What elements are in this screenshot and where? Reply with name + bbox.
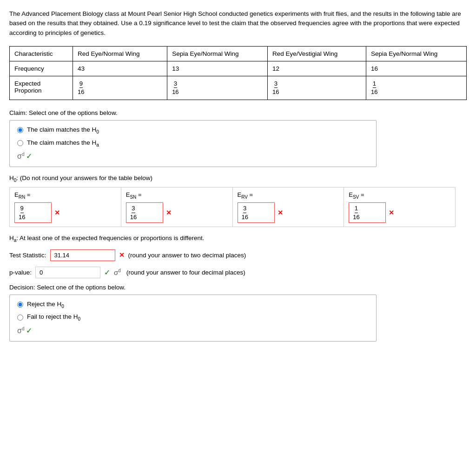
e-sn-label: ESN =: [126, 191, 228, 200]
test-statistic-input[interactable]: [50, 249, 115, 261]
p-value-row: p-value: ✓ σd (round your answer to four…: [9, 267, 467, 278]
sigma-icon-claim: σd: [17, 152, 24, 161]
intro-paragraph: The Advanced Placement Biology class at …: [9, 9, 467, 38]
table-cell-exp-3: 3 16: [268, 76, 366, 100]
table-cell-freq-3: 12: [268, 61, 366, 76]
h0-sub: 0: [96, 129, 99, 134]
table-header-col3: Red Eye/Vestigial Wing: [268, 46, 366, 61]
green-checkmark-claim: ✓: [26, 152, 32, 161]
table-header-col2: Sepia Eye/Normal Wing: [167, 46, 268, 61]
expected-boxes-container: ERN = 9 16 ✕ ESN = 3 16 ✕ ERV =: [9, 187, 456, 227]
sigma-icon-pvalue: σd: [114, 268, 121, 276]
e-sv-input[interactable]: 1 16: [349, 202, 386, 223]
table-cell-freq-2: 13: [167, 61, 268, 76]
table-row-expected-label: ExpectedProporion: [10, 76, 73, 100]
e-sn-input-row: 3 16 ✕: [126, 202, 228, 223]
table-header-col1: Red Eye/Normal Wing: [73, 46, 167, 61]
e-rn-input-row: 9 16 ✕: [14, 202, 116, 223]
table-header-characteristic: Characteristic: [10, 46, 73, 61]
table-cell-exp-1: 9 16: [73, 76, 167, 100]
claim-option-h0[interactable]: The claim matches the H0: [17, 126, 369, 134]
decision-option-fail[interactable]: Fail to reject the H0: [17, 313, 369, 322]
decision-radio-reject[interactable]: [17, 302, 23, 308]
claim-option-ha[interactable]: The claim matches the Ha: [17, 139, 369, 148]
decision-option-fail-text: Fail to reject the H0: [27, 313, 80, 322]
expected-cell-sn: ESN = 3 16 ✕: [121, 188, 233, 227]
e-rv-input[interactable]: 3 16: [238, 202, 275, 223]
sigma-icon-decision: σd: [17, 326, 24, 335]
p-value-label: p-value:: [9, 269, 32, 276]
e-sv-clear-button[interactable]: ✕: [389, 209, 394, 216]
decision-section-label: Decision: Select one of the options belo…: [9, 284, 467, 291]
table-cell-exp-4: 1 16: [366, 76, 467, 100]
ha-sub: a: [96, 142, 99, 147]
claim-options-box: The claim matches the H0 The claim match…: [9, 120, 377, 167]
table-cell-freq-4: 16: [366, 61, 467, 76]
claim-option-ha-text: The claim matches the Ha: [27, 139, 99, 148]
test-statistic-row: Test Statistic: ✕ (round your answer to …: [9, 249, 467, 261]
decision-checkmark-row: σd ✓: [17, 326, 369, 335]
p-value-check-icon: ✓: [104, 268, 110, 277]
e-sn-input[interactable]: 3 16: [126, 202, 163, 223]
e-rv-clear-button[interactable]: ✕: [278, 209, 283, 216]
table-cell-exp-2: 3 16: [167, 76, 268, 100]
p-value-note: (round your answer to four decimal place…: [126, 269, 245, 276]
claim-radio-ha[interactable]: [17, 140, 23, 146]
test-statistic-clear-button[interactable]: ✕: [119, 251, 125, 259]
h0-label: H0: (Do not round your answers for the t…: [9, 174, 467, 183]
claim-option-h0-text: The claim matches the H0: [27, 126, 99, 134]
claim-section-label: Claim: Select one of the options below.: [9, 109, 467, 116]
table-cell-freq-1: 43: [73, 61, 167, 76]
decision-options-box: Reject the H0 Fail to reject the H0 σd ✓: [9, 295, 377, 342]
decision-radio-fail[interactable]: [17, 315, 23, 321]
green-checkmark-decision: ✓: [26, 326, 32, 335]
expected-cell-rv: ERV = 3 16 ✕: [233, 188, 344, 227]
data-table: Characteristic Red Eye/Normal Wing Sepia…: [9, 46, 467, 100]
ha-label: Ha: At least one of the expected frequen…: [9, 235, 467, 243]
e-rn-label: ERN =: [14, 191, 116, 200]
e-sv-label: ESV =: [349, 191, 450, 200]
decision-option-reject-text: Reject the H0: [27, 301, 64, 309]
e-rv-label: ERV =: [238, 191, 339, 200]
e-rn-input[interactable]: 9 16: [14, 202, 52, 223]
test-statistic-note: (round your answer to two decimal places…: [128, 252, 246, 259]
e-sn-clear-button[interactable]: ✕: [166, 209, 172, 216]
claim-radio-h0[interactable]: [17, 127, 23, 133]
e-sv-input-row: 1 16 ✕: [349, 202, 450, 223]
e-rv-input-row: 3 16 ✕: [238, 202, 339, 223]
p-value-input[interactable]: [35, 267, 100, 278]
expected-cell-sv: ESV = 1 16 ✕: [344, 188, 455, 227]
test-statistic-label: Test Statistic:: [9, 252, 46, 259]
expected-cell-rn: ERN = 9 16 ✕: [10, 188, 121, 227]
e-rn-clear-button[interactable]: ✕: [54, 209, 60, 216]
claim-checkmark-row: σd ✓: [17, 152, 369, 161]
decision-option-reject[interactable]: Reject the H0: [17, 301, 369, 309]
table-row-frequency-label: Frequency: [10, 61, 73, 76]
table-header-col4: Sepia Eye/Normal Wing: [366, 46, 467, 61]
